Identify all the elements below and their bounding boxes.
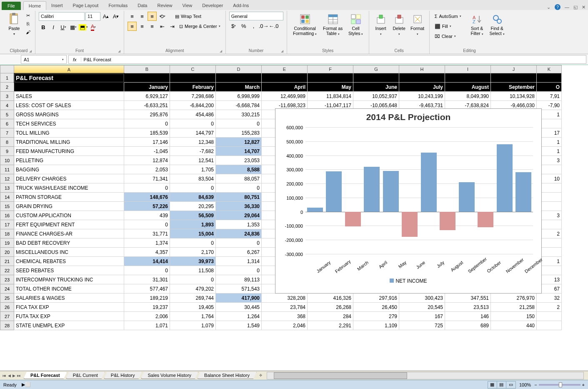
row-label[interactable]: GROSS MARGINS — [14, 110, 124, 119]
col-header-I[interactable]: I — [445, 65, 491, 73]
cell[interactable]: 1,893 — [170, 220, 216, 229]
cell[interactable]: 417,900 — [216, 294, 262, 303]
cell[interactable]: 0 — [216, 238, 262, 248]
cell[interactable]: 17,146 — [124, 138, 170, 147]
decrease-indent-button[interactable]: ⇤ — [158, 22, 167, 31]
col-header-C[interactable]: C — [170, 65, 216, 73]
chart-bar[interactable] — [345, 212, 361, 226]
cell[interactable]: 144,797 — [170, 128, 216, 138]
cell[interactable] — [537, 73, 562, 83]
fx-icon[interactable]: fx — [69, 57, 81, 62]
align-center-button[interactable]: ≡ — [138, 22, 147, 31]
cell[interactable]: 1,353 — [216, 220, 262, 229]
row-label[interactable]: GRAIN DRYING — [14, 202, 124, 211]
cell[interactable]: 416,326 — [308, 294, 353, 303]
cell[interactable]: 7,298,686 — [170, 92, 216, 101]
sheet-tab-p-l-current[interactable]: P&L Current — [66, 372, 105, 379]
month-header[interactable]: March — [216, 83, 262, 92]
row-header-12[interactable]: 12 — [0, 174, 14, 183]
cell[interactable]: 36,330 — [216, 202, 262, 211]
cell[interactable]: 6,267 — [216, 248, 262, 257]
accounting-button[interactable]: $▾ — [229, 21, 238, 30]
cell[interactable]: 1,109 — [353, 321, 399, 330]
row-label[interactable]: TOLL MILLING — [14, 128, 124, 138]
cell[interactable]: -7,682 — [170, 147, 216, 156]
paste-button[interactable]: Paste▼ — [6, 12, 23, 38]
cell[interactable]: 146 — [445, 312, 491, 321]
row-label[interactable]: BAD DEBT RECOVERY — [14, 238, 124, 248]
cell[interactable]: 23,053 — [216, 156, 262, 165]
cell[interactable] — [216, 73, 262, 83]
cell[interactable]: 0 — [124, 119, 170, 128]
cell[interactable]: 89,113 — [216, 275, 262, 284]
row-label[interactable]: DELIVERY CHARGES — [14, 174, 124, 183]
restore-icon[interactable]: ◱ — [573, 5, 578, 10]
row-header-4[interactable]: 4 — [0, 101, 14, 110]
minimize-icon[interactable]: — — [565, 5, 569, 10]
row-header-1[interactable]: 1 — [0, 73, 14, 83]
row-header-23[interactable]: 23 — [0, 275, 14, 284]
month-header[interactable]: May — [308, 83, 353, 92]
cell[interactable]: 10,134,928 — [491, 92, 537, 101]
col-header-B[interactable]: B — [124, 65, 170, 73]
percent-button[interactable]: % — [239, 21, 248, 30]
cell[interactable]: 10,243,199 — [399, 92, 445, 101]
increase-indent-button[interactable]: ⇥ — [168, 22, 177, 31]
align-top-button[interactable]: ≡ — [128, 12, 137, 21]
col-header-K[interactable]: K — [537, 65, 562, 73]
cell[interactable]: 725 — [399, 321, 445, 330]
chart-bar[interactable] — [307, 208, 323, 212]
cell[interactable]: 330,215 — [216, 110, 262, 119]
cell[interactable]: 1,079 — [170, 321, 216, 330]
cell[interactable]: 2,046 — [262, 321, 308, 330]
cell[interactable] — [537, 321, 562, 330]
cell[interactable]: 14,414 — [124, 257, 170, 266]
chart-bar[interactable] — [421, 153, 437, 212]
cell[interactable]: -1,045 — [124, 147, 170, 156]
number-launcher[interactable]: ◢ — [281, 49, 283, 53]
row-label[interactable]: FERT EQUIPMENT RENT — [14, 220, 124, 229]
underline-button[interactable]: U▾ — [59, 23, 68, 32]
row-label[interactable]: FINANCE CHARGES-AR — [14, 229, 124, 238]
row-label[interactable]: LESS: COST OF SALES — [14, 101, 124, 110]
col-header-D[interactable]: D — [216, 65, 262, 73]
month-header[interactable]: September — [491, 83, 537, 92]
row-label[interactable]: FEED MANUFACTURING — [14, 147, 124, 156]
cell[interactable]: 84,639 — [170, 193, 216, 202]
zoom-out-icon[interactable]: − — [534, 382, 537, 387]
row-header-15[interactable]: 15 — [0, 202, 14, 211]
cell[interactable]: 0 — [124, 266, 170, 275]
cell[interactable]: 297,916 — [353, 294, 399, 303]
sort-filter-button[interactable]: AZSort & Filter ▾ — [468, 12, 486, 38]
row-label[interactable]: SALES — [14, 92, 124, 101]
cell[interactable]: 12,469,989 — [262, 92, 308, 101]
chart-bar[interactable] — [459, 182, 475, 212]
cell[interactable]: 269,744 — [170, 294, 216, 303]
cell[interactable]: 19,237 — [124, 303, 170, 312]
col-header-G[interactable]: G — [353, 65, 399, 73]
cell[interactable]: 368 — [262, 312, 308, 321]
clipboard-launcher[interactable]: ◢ — [29, 49, 32, 53]
sheet-tab-p-l-forecast[interactable]: P&L Forecast — [23, 372, 67, 379]
sheet-nav-prev-icon[interactable]: ◀ — [8, 374, 11, 378]
cell[interactable]: 347,551 — [445, 294, 491, 303]
tab-insert[interactable]: Insert — [46, 1, 68, 10]
cell[interactable]: -6,668,784 — [216, 101, 262, 110]
number-format-select[interactable] — [229, 12, 283, 20]
row-header-28[interactable]: 28 — [0, 321, 14, 330]
conditional-formatting-button[interactable]: Conditional Formatting ▾ — [290, 12, 320, 38]
cell[interactable]: 39,973 — [170, 257, 216, 266]
cell[interactable]: 276,970 — [491, 294, 537, 303]
row-label[interactable]: TRADITIONAL MILLING — [14, 138, 124, 147]
row-header-21[interactable]: 21 — [0, 257, 14, 266]
align-right-button[interactable]: ≡ — [148, 22, 157, 31]
row-header-7[interactable]: 7 — [0, 128, 14, 138]
cell[interactable]: 689 — [445, 321, 491, 330]
cell[interactable]: 8,588 — [216, 165, 262, 174]
font-family-select[interactable] — [39, 12, 85, 21]
tab-file[interactable]: File — [2, 2, 21, 10]
row-label[interactable]: SALARIES & WAGES — [14, 294, 124, 303]
chart-bar[interactable] — [515, 172, 531, 212]
cell[interactable]: 1,549 — [216, 321, 262, 330]
cell[interactable]: 56,509 — [170, 211, 216, 220]
